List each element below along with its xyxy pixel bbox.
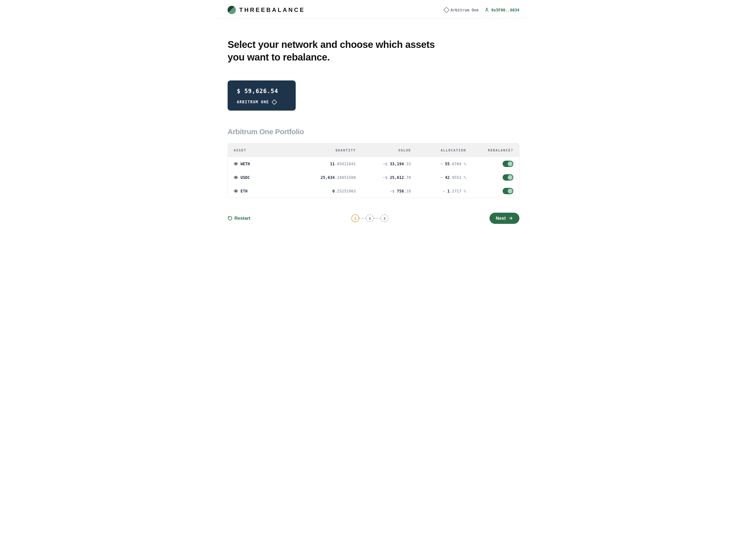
svg-point-2 bbox=[235, 163, 237, 164]
allocation-cell: ~ 1.2717 % bbox=[411, 189, 466, 193]
step-separator bbox=[374, 218, 381, 218]
step-3[interactable]: 3 bbox=[381, 214, 388, 222]
table-header: ASSET QUANTITY VALUE ALLOCATION REBALANC… bbox=[228, 143, 519, 157]
col-allocation: ALLOCATION bbox=[411, 148, 466, 152]
header: THREEBALANCE Arbitrum One 0x5F00..6034 bbox=[218, 0, 529, 19]
col-asset: ASSET bbox=[234, 148, 293, 152]
table-row: USDC25,634.18851500~$ 25,612.70~ 42.9552… bbox=[228, 170, 519, 184]
eye-icon[interactable] bbox=[234, 162, 238, 166]
eye-icon[interactable] bbox=[234, 175, 238, 180]
header-right: Arbitrum One 0x5F00..6034 bbox=[444, 7, 519, 12]
asset-name: WETH bbox=[240, 162, 250, 166]
svg-point-3 bbox=[235, 177, 237, 178]
rebalance-toggle[interactable] bbox=[503, 174, 513, 181]
network-card-value: $ 59,626.54 bbox=[237, 88, 286, 95]
value-cell: ~$ 758.28 bbox=[356, 189, 411, 193]
table-row: ETH0.25251903~$ 758.28~ 1.2717 % bbox=[228, 184, 519, 198]
network-icon bbox=[444, 8, 448, 12]
network-chip[interactable]: Arbitrum One bbox=[444, 8, 479, 12]
eye-icon[interactable] bbox=[234, 189, 238, 193]
table-row: WETH11.05411841~$ 33,194.33~ 55.6704 % bbox=[228, 157, 519, 170]
rebalance-toggle[interactable] bbox=[503, 161, 513, 167]
logo[interactable]: THREEBALANCE bbox=[228, 6, 305, 14]
quantity-cell: 25,634.18851500 bbox=[293, 175, 356, 180]
step-2[interactable]: 2 bbox=[366, 214, 374, 222]
rebalance-toggle[interactable] bbox=[503, 188, 513, 194]
svg-point-0 bbox=[486, 8, 488, 10]
main: Select your network and choose which ass… bbox=[218, 19, 529, 208]
steps: 1 2 3 bbox=[351, 214, 388, 222]
value-cell: ~$ 33,194.33 bbox=[356, 162, 411, 166]
svg-point-1 bbox=[487, 8, 487, 8]
address-label: 0x5F00..6034 bbox=[491, 8, 519, 12]
asset-name: ETH bbox=[240, 189, 248, 193]
restart-label: Restart bbox=[234, 216, 250, 221]
quantity-cell: 11.05411841 bbox=[293, 162, 356, 166]
col-rebalance: REBALANCE? bbox=[466, 148, 513, 152]
wallet-icon bbox=[484, 7, 489, 12]
network-card-label: ARBITRUM ONE bbox=[237, 100, 269, 104]
logo-icon bbox=[228, 6, 236, 14]
address-chip[interactable]: 0x5F00..6034 bbox=[484, 7, 519, 12]
logo-text: THREEBALANCE bbox=[239, 6, 305, 14]
quantity-cell: 0.25251903 bbox=[293, 189, 356, 193]
next-button[interactable]: Next bbox=[489, 213, 519, 224]
network-card[interactable]: $ 59,626.54 ARBITRUM ONE bbox=[228, 80, 296, 111]
network-icon bbox=[272, 100, 276, 104]
allocation-cell: ~ 55.6704 % bbox=[411, 162, 466, 166]
svg-point-4 bbox=[235, 191, 237, 192]
allocation-cell: ~ 42.9552 % bbox=[411, 175, 466, 180]
asset-name: USDC bbox=[240, 175, 250, 180]
col-value: VALUE bbox=[356, 148, 411, 152]
next-label: Next bbox=[496, 216, 506, 221]
step-1[interactable]: 1 bbox=[351, 214, 359, 222]
col-quantity: QUANTITY bbox=[293, 148, 356, 152]
network-label: Arbitrum One bbox=[450, 8, 479, 12]
restart-button[interactable]: Restart bbox=[228, 216, 250, 221]
footer: Restart 1 2 3 Next bbox=[218, 208, 529, 234]
value-cell: ~$ 25,612.70 bbox=[356, 175, 411, 180]
step-separator bbox=[359, 218, 366, 218]
page-heading: Select your network and choose which ass… bbox=[228, 38, 446, 63]
portfolio-title: Arbitrum One Portfolio bbox=[228, 128, 519, 136]
portfolio-table: ASSET QUANTITY VALUE ALLOCATION REBALANC… bbox=[228, 143, 519, 198]
